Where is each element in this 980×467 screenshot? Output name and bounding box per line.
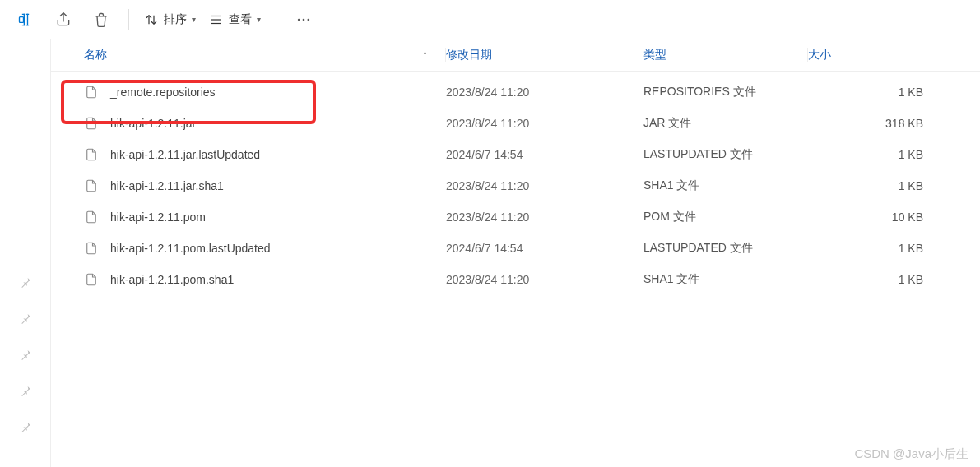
rename-icon — [17, 12, 34, 28]
view-dropdown[interactable]: 查看 ▾ — [202, 4, 267, 35]
toolbar: 排序 ▾ 查看 ▾ — [0, 0, 980, 39]
file-name-cell: hik-api-1.2.11.jar.lastUpdated — [84, 147, 446, 162]
file-date: 2023/8/24 11:20 — [446, 86, 643, 99]
file-name: _remote.repositories — [110, 86, 216, 99]
column-label: 修改日期 — [446, 48, 492, 62]
file-name: hik-api-1.2.11.jar.lastUpdated — [110, 148, 260, 161]
file-size: 1 KB — [808, 273, 940, 286]
file-date: 2023/8/24 11:20 — [446, 117, 643, 130]
file-size: 1 KB — [808, 86, 940, 99]
file-row[interactable]: hik-api-1.2.11.jar2023/8/24 11:20JAR 文件3… — [51, 108, 980, 139]
view-label: 查看 — [229, 12, 252, 27]
trash-icon — [93, 12, 109, 28]
svg-point-6 — [308, 18, 310, 21]
file-name-cell: hik-api-1.2.11.pom.lastUpdated — [84, 241, 446, 256]
file-name: hik-api-1.2.11.pom — [110, 210, 206, 224]
file-rows: _remote.repositories2023/8/24 11:20REPOS… — [51, 72, 980, 300]
file-name: hik-api-1.2.11.pom.lastUpdated — [110, 242, 271, 255]
file-icon — [84, 210, 99, 224]
file-type: SHA1 文件 — [643, 178, 808, 193]
pinned-stack — [0, 276, 50, 467]
more-button[interactable] — [288, 4, 319, 35]
file-row[interactable]: hik-api-1.2.11.pom2023/8/24 11:20POM 文件1… — [51, 201, 980, 233]
sort-label: 排序 — [164, 12, 187, 27]
delete-button[interactable] — [86, 4, 117, 35]
file-type: REPOSITORIES 文件 — [643, 85, 808, 99]
pin-icon[interactable] — [19, 312, 32, 326]
content-area: 名称 ˄ 修改日期 类型 大小 _remote.repositories2023… — [0, 39, 980, 467]
file-type: LASTUPDATED 文件 — [643, 147, 808, 162]
file-icon — [84, 272, 99, 287]
file-name: hik-api-1.2.11.jar.sha1 — [110, 179, 224, 192]
svg-point-5 — [303, 18, 305, 21]
column-header-name[interactable]: 名称 ˄ — [84, 48, 446, 62]
file-icon — [84, 116, 99, 131]
file-icon — [84, 85, 99, 99]
chevron-down-icon: ▾ — [257, 15, 261, 24]
file-date: 2023/8/24 11:20 — [446, 179, 643, 192]
pin-icon[interactable] — [19, 349, 32, 362]
pin-icon[interactable] — [19, 276, 32, 289]
file-name-cell: hik-api-1.2.11.pom.sha1 — [84, 272, 446, 287]
file-type: SHA1 文件 — [643, 272, 808, 287]
file-size: 10 KB — [808, 210, 940, 224]
file-name-cell: hik-api-1.2.11.jar — [84, 116, 446, 131]
sort-indicator-icon: ˄ — [423, 51, 427, 60]
sort-dropdown[interactable]: 排序 ▾ — [137, 4, 202, 35]
rename-button[interactable] — [10, 4, 41, 35]
column-header-date[interactable]: 修改日期 — [446, 48, 643, 62]
file-name-cell: hik-api-1.2.11.pom — [84, 210, 446, 224]
file-icon — [84, 147, 99, 162]
file-row[interactable]: _remote.repositories2023/8/24 11:20REPOS… — [51, 76, 980, 108]
file-date: 2024/6/7 14:54 — [446, 148, 643, 161]
file-type: POM 文件 — [643, 210, 808, 224]
chevron-down-icon: ▾ — [192, 15, 196, 24]
view-icon — [209, 12, 224, 27]
column-header-type[interactable]: 类型 — [643, 48, 808, 62]
file-type: JAR 文件 — [643, 116, 808, 131]
pin-icon[interactable] — [19, 421, 32, 434]
column-label: 大小 — [808, 48, 831, 62]
file-size: 318 KB — [808, 117, 940, 130]
file-size: 1 KB — [808, 242, 940, 255]
svg-point-4 — [298, 18, 300, 21]
file-date: 2023/8/24 11:20 — [446, 210, 643, 224]
column-label: 名称 — [84, 48, 107, 62]
file-name-cell: hik-api-1.2.11.jar.sha1 — [84, 178, 446, 193]
more-icon — [295, 12, 312, 28]
file-date: 2024/6/7 14:54 — [446, 242, 643, 255]
share-icon — [55, 12, 72, 28]
file-row[interactable]: hik-api-1.2.11.pom.lastUpdated2024/6/7 1… — [51, 233, 980, 264]
file-row[interactable]: hik-api-1.2.11.jar.lastUpdated2024/6/7 1… — [51, 139, 980, 170]
file-row[interactable]: hik-api-1.2.11.jar.sha12023/8/24 11:20SH… — [51, 170, 980, 201]
file-icon — [84, 178, 99, 193]
file-name-cell: _remote.repositories — [84, 85, 446, 99]
column-header-size[interactable]: 大小 — [808, 48, 940, 62]
column-headers: 名称 ˄ 修改日期 类型 大小 — [51, 39, 980, 72]
file-icon — [84, 241, 99, 256]
toolbar-separator — [276, 9, 276, 30]
file-row[interactable]: hik-api-1.2.11.pom.sha12023/8/24 11:20SH… — [51, 264, 980, 295]
file-size: 1 KB — [808, 179, 940, 192]
file-type: LASTUPDATED 文件 — [643, 241, 808, 256]
watermark: CSDN @Java小后生 — [854, 446, 968, 462]
column-label: 类型 — [643, 48, 666, 62]
toolbar-separator — [128, 9, 129, 30]
share-button[interactable] — [48, 4, 79, 35]
file-date: 2023/8/24 11:20 — [446, 273, 643, 286]
svg-rect-0 — [20, 16, 24, 22]
left-rail — [0, 39, 51, 467]
file-name: hik-api-1.2.11.pom.sha1 — [110, 273, 234, 286]
file-size: 1 KB — [808, 148, 940, 161]
file-name: hik-api-1.2.11.jar — [110, 117, 196, 130]
file-listing: 名称 ˄ 修改日期 类型 大小 _remote.repositories2023… — [51, 39, 980, 467]
sort-icon — [144, 12, 159, 27]
pin-icon[interactable] — [19, 385, 32, 398]
